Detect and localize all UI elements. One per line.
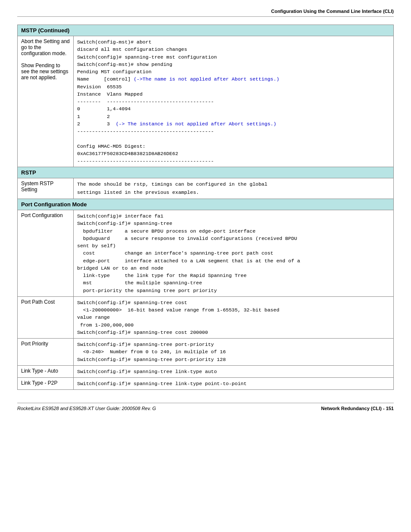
port-priority-code: Switch(config-if)# spanning-tree port-pr… — [74, 339, 394, 366]
pc-line-6: cost change an interface's spanning-tree… — [77, 250, 273, 256]
link-type-auto-left: Link Type - Auto — [18, 365, 74, 377]
link-type-p2p-row: Link Type - P2P Switch(config-if)# spann… — [18, 378, 394, 390]
code-line-1: Switch(config-mst)# abort — [77, 39, 152, 45]
lta-line-1: Switch(config-if)# spanning-tree link-ty… — [77, 369, 217, 374]
pc-line-9: link-type the link type for the Rapid Sp… — [77, 273, 246, 278]
ppc-line-1: Switch(config-if)# spanning-tree cost — [77, 300, 187, 305]
mstp-row: Abort the Setting and go to the configur… — [18, 36, 394, 167]
link-type-auto-row: Link Type - Auto Switch(config-if)# span… — [18, 365, 394, 377]
rstp-row: System RSTP Setting The mode should be r… — [18, 178, 394, 199]
port-config-section-label: Port Configuration Mode — [18, 199, 394, 210]
pc-line-10: mst the multiple spanning-tree — [77, 280, 202, 286]
footer-left: RocketLinx ES9528 and ES9528-XT User Gui… — [17, 406, 156, 411]
pc-line-1: Switch(config)# interface fa1 — [77, 213, 163, 219]
link-type-auto-code: Switch(config-if)# spanning-tree link-ty… — [74, 365, 394, 377]
pc-line-11: port-priority the spanning tree port pri… — [77, 288, 217, 293]
section-mstp-header: MSTP (Continued) — [18, 25, 394, 36]
port-path-cost-row: Port Path Cost Switch(config-if)# spanni… — [18, 296, 394, 338]
main-table: MSTP (Continued) Abort the Setting and g… — [17, 25, 394, 390]
ppc-line-2: <1-200000000> 16-bit based value range f… — [77, 307, 279, 313]
code-line-5: Pending MST configuration — [77, 69, 152, 75]
ppc-line-4: from 1-200,000,000 — [77, 322, 134, 328]
code-line-14: Config HMAC-MD5 Digest: — [77, 143, 146, 149]
mstp-left-cell: Abort the Setting and go to the configur… — [18, 36, 74, 167]
section-rstp-header: RSTP — [18, 167, 394, 178]
code-line-2: discard all mst configuration changes — [77, 47, 187, 52]
ltp-line-1: Switch(config-if)# spanning-tree link-ty… — [77, 381, 246, 386]
page-header: Configuration Using the Command Line Int… — [17, 9, 394, 17]
code-line-3: Switch(config)# spanning-tree mst config… — [77, 54, 217, 60]
mstp-section-label: MSTP (Continued) — [18, 25, 394, 36]
mstp-code-cell: Switch(config-mst)# abort discard all ms… — [74, 36, 394, 167]
pc-line-8: bridged LAN or to an end node — [77, 265, 163, 271]
section-port-config-header: Port Configuration Mode — [18, 199, 394, 210]
page-container: Configuration Using the Command Line Int… — [0, 0, 411, 532]
header-title: Configuration Using the Command Line Int… — [271, 9, 394, 14]
footer-right: Network Redundancy (CLI) - 151 — [321, 406, 394, 411]
code-line-4: Switch(config-mst)# show pending — [77, 62, 172, 67]
pc-line-4: bpduguard a secure response to invalid c… — [77, 236, 297, 241]
port-path-cost-code: Switch(config-if)# spanning-tree cost <1… — [74, 296, 394, 338]
code-line-9: -------- -------------------------------… — [77, 99, 214, 104]
port-configuration-left: Port Configuration — [18, 210, 74, 297]
ppc-line-5: Switch(config-if)# spanning-tree cost 20… — [77, 330, 208, 335]
port-priority-left: Port Priority — [18, 339, 74, 366]
code-line-10: 0 1,4-4094 — [77, 106, 131, 112]
code-line-15: 0xAC36177F50283CD4B83821D8AB26DE62 — [77, 151, 178, 156]
code-line-7: Revision 65535 — [77, 84, 122, 90]
code-line-6: Name [comtrol] (->The name is not applie… — [77, 76, 279, 82]
rstp-section-label: RSTP — [18, 167, 394, 178]
pc-line-5: sent by self) — [77, 243, 116, 249]
port-path-cost-left: Port Path Cost — [18, 296, 74, 338]
code-line-16: ----------------------------------------… — [77, 158, 214, 164]
page-footer: RocketLinx ES9528 and ES9528-XT User Gui… — [17, 403, 394, 411]
port-configuration-code: Switch(config)# interface fa1 Switch(con… — [74, 210, 394, 297]
pc-line-2: Switch(config-if)# spanning-tree — [77, 221, 172, 226]
pp-line-2: <0-240> Number from 0 to 240, in multipl… — [77, 349, 226, 355]
ppc-line-3: value range — [77, 314, 110, 320]
link-type-p2p-left: Link Type - P2P — [18, 378, 74, 390]
link-type-p2p-code: Switch(config-if)# spanning-tree link-ty… — [74, 378, 394, 390]
rstp-left-cell: System RSTP Setting — [18, 178, 74, 199]
pc-line-3: bpdufilter a secure BPDU process on edge… — [77, 228, 255, 234]
code-line-8: Instance Vlans Mapped — [77, 91, 143, 97]
port-priority-row: Port Priority Switch(config-if)# spannin… — [18, 339, 394, 366]
port-configuration-row: Port Configuration Switch(config)# inter… — [18, 210, 394, 297]
code-line-12: 2 3 (-> The instance is not applied afte… — [77, 121, 276, 127]
pp-line-3: Switch(config-if)# spanning-tree port-pr… — [77, 357, 226, 362]
pp-line-1: Switch(config-if)# spanning-tree port-pr… — [77, 342, 214, 347]
rstp-code-cell: The mode should be rstp, timings can be … — [74, 178, 394, 199]
code-line-13: ----------------------------------------… — [77, 128, 214, 134]
pc-line-7: edge-port interface attached to a LAN se… — [77, 258, 300, 264]
code-line-11: 1 2 — [77, 114, 110, 119]
